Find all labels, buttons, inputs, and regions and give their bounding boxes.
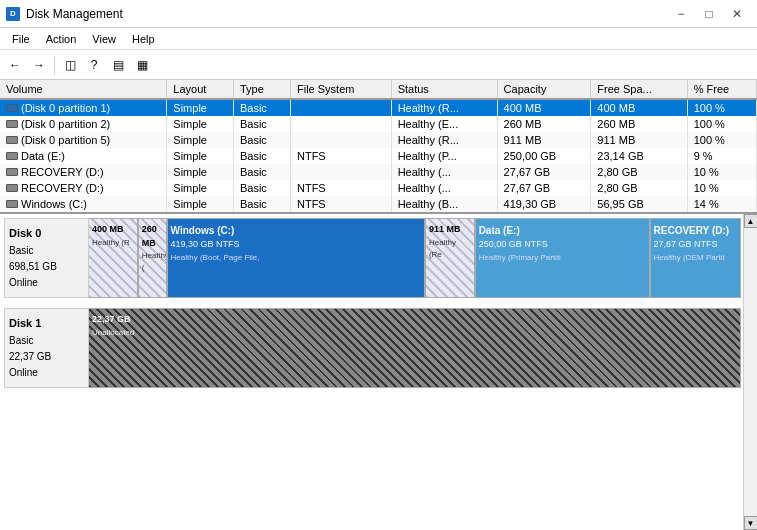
cell-free: 400 MB (591, 99, 687, 116)
volumes-table: Volume Layout Type File System Status Ca… (0, 80, 757, 212)
minimize-button[interactable]: − (667, 4, 695, 24)
cell-layout: Simple (167, 132, 234, 148)
view-button[interactable]: ▤ (107, 54, 129, 76)
layout-button[interactable]: ▦ (131, 54, 153, 76)
cell-volume: Windows (C:) (0, 196, 167, 212)
col-volume[interactable]: Volume (0, 80, 167, 99)
cell-volume: (Disk 0 partition 5) (0, 132, 167, 148)
table-row[interactable]: Windows (C:) Simple Basic NTFS Healthy (… (0, 196, 757, 212)
table-area: Volume Layout Type File System Status Ca… (0, 80, 757, 214)
window-controls: − □ ✕ (667, 4, 751, 24)
cell-fs: NTFS (290, 180, 391, 196)
disk-visual-area: Disk 0Basic698,51 GBOnline400 MBHealthy … (0, 214, 757, 530)
title-bar: D Disk Management − □ ✕ (0, 0, 757, 28)
table-row[interactable]: RECOVERY (D:) Simple Basic Healthy (... … (0, 164, 757, 180)
menu-file[interactable]: File (4, 31, 38, 47)
cell-pct: 9 % (687, 148, 756, 164)
table-row[interactable]: RECOVERY (D:) Simple Basic NTFS Healthy … (0, 180, 757, 196)
toolbar-sep-1 (54, 56, 55, 74)
cell-status: Healthy (E... (391, 116, 497, 132)
disk-area[interactable]: Disk 0Basic698,51 GBOnline400 MBHealthy … (0, 214, 757, 530)
menu-help[interactable]: Help (124, 31, 163, 47)
disk-label-1: Disk 1Basic22,37 GBOnline (4, 308, 89, 388)
partition-0-1[interactable]: 260 MBHealthy ( (139, 219, 168, 297)
cell-fs (290, 164, 391, 180)
table-row[interactable]: (Disk 0 partition 5) Simple Basic Health… (0, 132, 757, 148)
cell-type: Basic (233, 148, 290, 164)
cell-volume: Data (E:) (0, 148, 167, 164)
disk-label-0: Disk 0Basic698,51 GBOnline (4, 218, 89, 298)
partition-0-0[interactable]: 400 MBHealthy (R (89, 219, 139, 297)
disk-row-1: Disk 1Basic22,37 GBOnline22,37 GBUnalloc… (4, 308, 741, 388)
partition-0-4[interactable]: Data (E:)250,00 GB NTFSHealthy (Primary … (476, 219, 651, 297)
cell-free: 23,14 GB (591, 148, 687, 164)
cell-fs (290, 132, 391, 148)
cell-pct: 100 % (687, 99, 756, 116)
cell-fs (290, 116, 391, 132)
cell-type: Basic (233, 164, 290, 180)
cell-volume: RECOVERY (D:) (0, 164, 167, 180)
disk-partitions-1: 22,37 GBUnallocated (89, 308, 741, 388)
cell-pct: 100 % (687, 132, 756, 148)
app-icon: D (6, 7, 20, 21)
cell-type: Basic (233, 180, 290, 196)
toolbar: ← → ◫ ? ▤ ▦ (0, 50, 757, 80)
cell-status: Healthy (R... (391, 99, 497, 116)
col-pct[interactable]: % Free (687, 80, 756, 99)
scrollbar: ▲ ▼ (743, 214, 757, 530)
cell-pct: 14 % (687, 196, 756, 212)
disk-partitions-0: 400 MBHealthy (R260 MBHealthy (Windows (… (89, 218, 741, 298)
col-type[interactable]: Type (233, 80, 290, 99)
cell-status: Healthy (... (391, 164, 497, 180)
menu-action[interactable]: Action (38, 31, 85, 47)
help-button[interactable]: ? (83, 54, 105, 76)
cell-status: Healthy (... (391, 180, 497, 196)
partition-0-2[interactable]: Windows (C:)419,30 GB NTFSHealthy (Boot,… (168, 219, 426, 297)
cell-type: Basic (233, 132, 290, 148)
partition-1-0[interactable]: 22,37 GBUnallocated (89, 309, 740, 387)
cell-layout: Simple (167, 164, 234, 180)
col-layout[interactable]: Layout (167, 80, 234, 99)
cell-capacity: 419,30 GB (497, 196, 591, 212)
maximize-button[interactable]: □ (695, 4, 723, 24)
cell-free: 911 MB (591, 132, 687, 148)
col-free[interactable]: Free Spa... (591, 80, 687, 99)
partition-0-5[interactable]: RECOVERY (D:)27,67 GB NTFSHealthy (OEM P… (651, 219, 740, 297)
cell-capacity: 400 MB (497, 99, 591, 116)
scroll-up-button[interactable]: ▲ (744, 214, 758, 228)
cell-pct: 100 % (687, 116, 756, 132)
menu-view[interactable]: View (84, 31, 124, 47)
cell-free: 2,80 GB (591, 164, 687, 180)
cell-layout: Simple (167, 180, 234, 196)
cell-fs: NTFS (290, 196, 391, 212)
menu-bar: File Action View Help (0, 28, 757, 50)
partition-0-3[interactable]: 911 MBHealthy (Re (426, 219, 476, 297)
scroll-down-button[interactable]: ▼ (744, 516, 758, 530)
cell-free: 56,95 GB (591, 196, 687, 212)
table-row[interactable]: (Disk 0 partition 1) Simple Basic Health… (0, 99, 757, 116)
forward-button[interactable]: → (28, 54, 50, 76)
main-area: Volume Layout Type File System Status Ca… (0, 80, 757, 530)
table-row[interactable]: Data (E:) Simple Basic NTFS Healthy (P..… (0, 148, 757, 164)
back-button[interactable]: ← (4, 54, 26, 76)
col-fs[interactable]: File System (290, 80, 391, 99)
cell-pct: 10 % (687, 180, 756, 196)
grid-button[interactable]: ◫ (59, 54, 81, 76)
cell-capacity: 27,67 GB (497, 180, 591, 196)
cell-free: 2,80 GB (591, 180, 687, 196)
cell-status: Healthy (R... (391, 132, 497, 148)
cell-type: Basic (233, 99, 290, 116)
cell-pct: 10 % (687, 164, 756, 180)
cell-capacity: 250,00 GB (497, 148, 591, 164)
cell-free: 260 MB (591, 116, 687, 132)
cell-capacity: 911 MB (497, 132, 591, 148)
cell-status: Healthy (B... (391, 196, 497, 212)
disk-row-0: Disk 0Basic698,51 GBOnline400 MBHealthy … (4, 218, 741, 298)
col-capacity[interactable]: Capacity (497, 80, 591, 99)
table-row[interactable]: (Disk 0 partition 2) Simple Basic Health… (0, 116, 757, 132)
cell-capacity: 260 MB (497, 116, 591, 132)
cell-layout: Simple (167, 116, 234, 132)
close-button[interactable]: ✕ (723, 4, 751, 24)
col-status[interactable]: Status (391, 80, 497, 99)
cell-fs: NTFS (290, 148, 391, 164)
